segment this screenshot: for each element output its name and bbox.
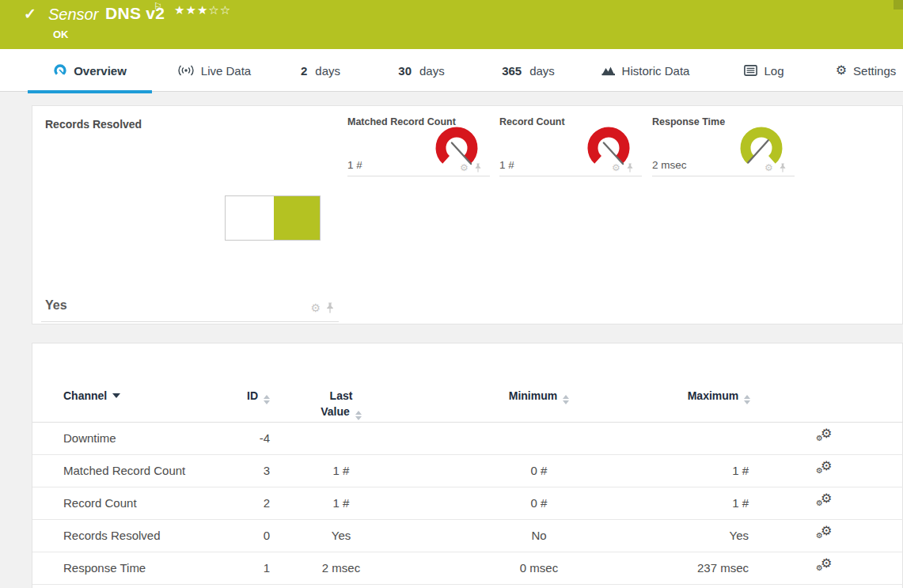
tab-historic-data-label: Historic Data: [622, 64, 690, 78]
cell-channel[interactable]: Record Count: [32, 487, 222, 519]
records-resolved-tile: Records Resolved Yes ⚙: [41, 112, 339, 322]
cell-maximum: Yes: [666, 519, 772, 552]
tab-settings-label: Settings: [853, 64, 896, 78]
sensor-header: ✓ Sensor DNS v2 ⚐ ★★★☆☆ OK: [0, 0, 903, 49]
channel-settings-icon[interactable]: ⚙⚙: [816, 559, 833, 575]
cell-channel[interactable]: Downtime: [32, 422, 222, 454]
cell-id: 1: [222, 552, 270, 584]
tab-365-days-label: days: [529, 64, 555, 78]
tab-30-days[interactable]: 30 days: [388, 49, 455, 92]
cell-maximum: 1 #: [666, 454, 772, 487]
pin-icon[interactable]: [326, 302, 334, 313]
tab-2-days[interactable]: 2 days: [289, 49, 352, 92]
cell-id: 0: [222, 519, 270, 552]
tab-log[interactable]: Log: [738, 49, 790, 92]
channel-settings-icon[interactable]: ⚙⚙: [816, 461, 833, 477]
column-header-last-value[interactable]: Last Value: [270, 375, 412, 422]
column-header-last-label: Last: [330, 389, 353, 402]
table-row-record-count[interactable]: Record Count 2 1 # 0 # 1 # ⚙⚙: [32, 487, 903, 519]
channel-table: Channel ID Last Value Minimum Maximum: [32, 375, 903, 585]
records-resolved-indicator: [225, 195, 321, 241]
column-header-channel-label: Channel: [63, 389, 107, 402]
table-row-response-time[interactable]: Response Time 1 2 msec 0 msec 237 msec ⚙…: [32, 552, 903, 584]
tile-gear-icon[interactable]: ⚙: [310, 302, 321, 313]
tab-2-days-label: days: [315, 64, 340, 78]
channel-settings-icon[interactable]: ⚙⚙: [816, 526, 833, 542]
cell-minimum: 0 msec: [412, 552, 666, 584]
tab-live-data-label: Live Data: [201, 64, 251, 78]
cell-minimum: 0 #: [412, 454, 666, 487]
gauge-icon: [53, 64, 67, 77]
column-header-channel[interactable]: Channel: [32, 375, 222, 422]
tab-settings[interactable]: ⚙ Settings: [829, 49, 902, 92]
tab-historic-data[interactable]: Historic Data: [592, 49, 699, 92]
pin-icon[interactable]: [780, 163, 787, 173]
header-corner-tile: [894, 0, 903, 9]
tab-overview[interactable]: Overview: [28, 49, 152, 92]
column-header-id[interactable]: ID: [222, 375, 270, 422]
cell-channel[interactable]: Matched Record Count: [32, 454, 222, 487]
tab-bar: Overview Live Data 2 days 30 days 365 da…: [0, 49, 903, 92]
overview-panel: Records Resolved Yes ⚙ Matched Record Co…: [32, 105, 903, 324]
tab-live-data[interactable]: Live Data: [169, 49, 260, 92]
tile-gear-icon[interactable]: ⚙: [612, 163, 620, 173]
gauge-value: 2 msec: [652, 159, 687, 171]
tab-365-days[interactable]: 365 days: [491, 49, 566, 92]
flag-icon[interactable]: ⚐: [154, 1, 162, 12]
cell-channel[interactable]: Records Resolved: [32, 519, 222, 552]
cell-last-value: 1 #: [270, 487, 412, 519]
table-row-downtime[interactable]: Downtime -4 ⚙⚙: [32, 422, 903, 454]
broadcast-icon: [177, 64, 195, 77]
pin-icon[interactable]: [627, 163, 634, 173]
tab-365-days-number: 365: [502, 64, 522, 78]
gauge-title: Record Count: [499, 116, 565, 127]
table-header-row: Channel ID Last Value Minimum Maximum: [32, 375, 903, 422]
gauge-tile-record-count: Record Count 1 # ⚙: [499, 112, 642, 176]
gauge-tile-matched-record-count: Matched Record Count 1 # ⚙: [347, 112, 490, 176]
pin-icon[interactable]: [475, 163, 482, 173]
channel-settings-icon[interactable]: ⚙⚙: [816, 429, 833, 445]
column-header-minimum[interactable]: Minimum: [412, 375, 666, 422]
cell-channel[interactable]: Response Time: [32, 552, 222, 584]
cell-last-value: [270, 422, 412, 454]
status-badge: OK: [53, 28, 69, 40]
tab-30-days-label: days: [419, 64, 445, 78]
column-header-maximum[interactable]: Maximum: [666, 375, 772, 422]
tile-gear-icon[interactable]: ⚙: [460, 163, 469, 173]
area-chart-icon: [601, 65, 616, 76]
tab-30-days-number: 30: [398, 64, 412, 78]
sort-desc-icon: [112, 393, 120, 398]
column-header-value-label: Value: [321, 405, 350, 418]
table-row-records-resolved[interactable]: Records Resolved 0 Yes No Yes ⚙⚙: [32, 519, 903, 552]
cell-minimum: 0 #: [412, 487, 666, 519]
priority-stars[interactable]: ★★★☆☆: [174, 3, 231, 17]
records-resolved-indicator-fill: [274, 196, 320, 240]
cell-id: 3: [222, 454, 270, 487]
tab-overview-label: Overview: [74, 64, 127, 78]
cell-id: -4: [222, 422, 270, 454]
tile-gear-icon[interactable]: ⚙: [765, 163, 773, 173]
cell-last-value: 2 msec: [270, 552, 412, 584]
gear-icon: ⚙: [836, 64, 847, 77]
cell-last-value: Yes: [270, 519, 412, 552]
tab-2-days-number: 2: [301, 64, 307, 78]
column-header-id-label: ID: [247, 389, 258, 402]
status-check-icon: ✓: [24, 5, 36, 23]
gauge-title: Response Time: [652, 116, 725, 127]
channel-table-panel: Channel ID Last Value Minimum Maximum: [32, 343, 903, 588]
records-resolved-title: Records Resolved: [45, 118, 142, 131]
gauge-value: 1 #: [347, 159, 362, 171]
cell-maximum: 237 msec: [666, 552, 772, 584]
sort-icon: [264, 395, 270, 404]
cell-id: 2: [222, 487, 270, 519]
tab-log-label: Log: [764, 64, 783, 78]
cell-minimum: [412, 422, 666, 454]
table-row-matched-record-count[interactable]: Matched Record Count 3 1 # 0 # 1 # ⚙⚙: [32, 454, 903, 487]
sort-icon: [355, 411, 362, 420]
channel-settings-icon[interactable]: ⚙⚙: [816, 494, 833, 510]
records-resolved-value: Yes: [45, 298, 67, 313]
column-header-minimum-label: Minimum: [509, 389, 557, 402]
column-header-actions: [772, 375, 903, 422]
sensor-label: Sensor: [48, 6, 98, 24]
cell-minimum: No: [412, 519, 666, 552]
